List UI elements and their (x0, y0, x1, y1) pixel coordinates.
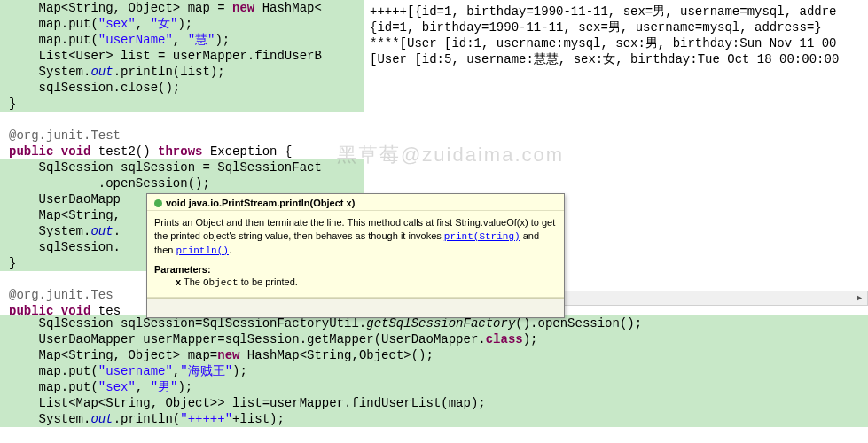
method-public-icon (154, 199, 162, 207)
tooltip-link-print[interactable]: print(String) (444, 230, 520, 241)
tooltip-param-x: x The Object to be printed. (176, 276, 557, 290)
code-block-3: SqlSession sqlSession=SqlSessionFactoryU… (0, 315, 868, 427)
tooltip-link-println[interactable]: println() (176, 245, 228, 255)
tooltip-toolbar[interactable] (147, 298, 564, 317)
tooltip-body: Prints an Object and then terminate the … (147, 211, 564, 298)
tooltip-header: void java.io.PrintStream.println(Object … (147, 194, 564, 211)
console-text: +++++[{id=1, birthday=1990-11-11, sex=男,… (364, 0, 868, 71)
tooltip-signature: void java.io.PrintStream.println(Object … (166, 198, 355, 208)
javadoc-tooltip[interactable]: void java.io.PrintStream.println(Object … (146, 193, 565, 318)
code-blank-1: @org.junit.Test public void test2() thro… (0, 112, 364, 159)
scrollbar-right-arrow-icon[interactable]: ► (852, 291, 867, 305)
code-block-1: Map<String, Object> map = new HashMap< m… (0, 0, 364, 112)
tooltip-params-label: Parameters: (154, 263, 557, 276)
code-editor-bottom[interactable]: SqlSession sqlSession=SqlSessionFactoryU… (0, 315, 868, 427)
